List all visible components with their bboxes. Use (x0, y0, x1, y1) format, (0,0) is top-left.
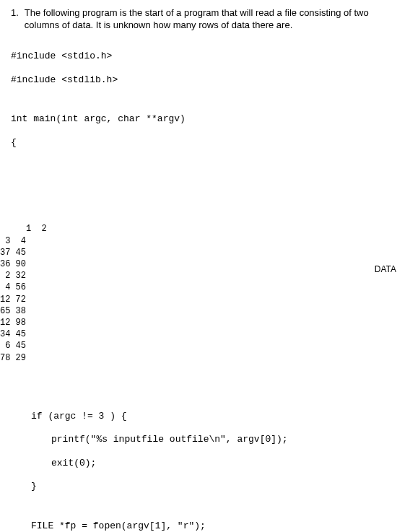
code-line: #include <stdio.h> (11, 51, 386, 62)
code-line: FILE *fp = fopen(argv[1], "r"); (11, 520, 386, 532)
code-line: int main(int argc, char **argv) (11, 113, 386, 125)
data-file-label: DATA.TXT (375, 263, 397, 275)
code-block: #include <stdio.h> #include <stdlib.h> i… (11, 39, 386, 532)
code-line: printf("%s inputfile outfile\n", argv[0]… (11, 434, 386, 445)
question-number: 1. (11, 7, 19, 32)
code-line: exit(0); (11, 458, 386, 469)
code-line: #include <stdlib.h> (11, 74, 386, 86)
data-file-contents: 1 2 3 4 37 45 36 90 2 32 4 56 12 72 65 3… (0, 224, 47, 362)
code-line: if (argc != 3 ) { (11, 411, 386, 422)
data-file-box: 1 2 3 4 37 45 36 90 2 32 4 56 12 72 65 3… (0, 212, 375, 387)
question-header: 1. The following program is the start of… (11, 7, 386, 32)
code-line: } (11, 481, 386, 492)
code-line: { (11, 137, 386, 149)
question-text: The following program is the start of a … (25, 7, 386, 32)
